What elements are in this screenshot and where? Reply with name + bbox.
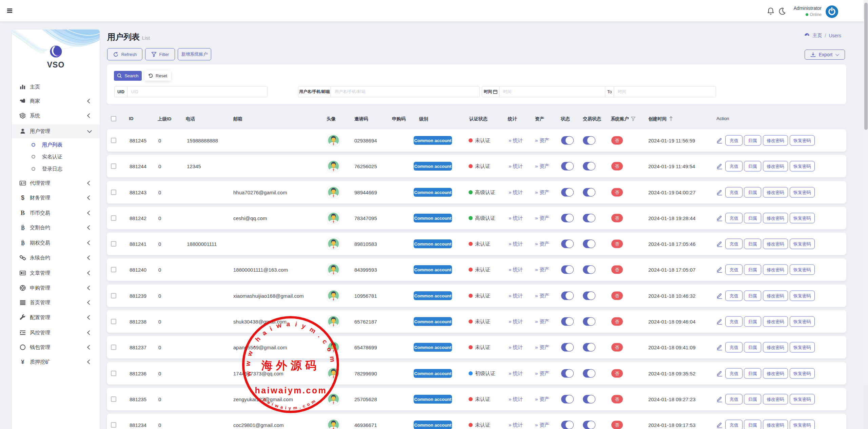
svg-text:B: B <box>21 210 25 216</box>
svg-text:$: $ <box>21 194 24 201</box>
svg-text:B: B <box>21 225 25 231</box>
svg-text:¥: ¥ <box>21 359 24 365</box>
svg-text:B: B <box>21 240 25 246</box>
svg-text:haiwaiym.com: haiwaiym.com <box>255 386 327 395</box>
svg-text:海外源码: 海外源码 <box>261 359 320 372</box>
